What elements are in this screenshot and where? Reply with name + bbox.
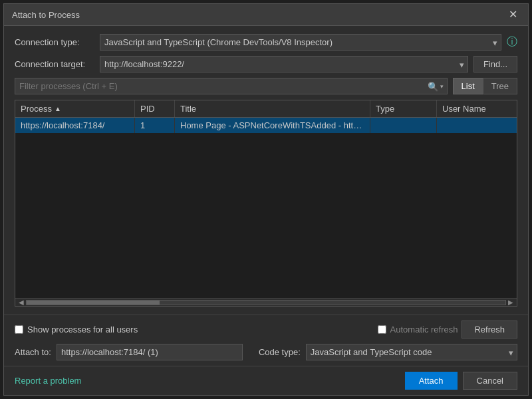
title-bar: Attach to Process ✕ [4,4,528,26]
sort-asc-icon: ▲ [55,105,61,112]
code-type-select-wrapper: JavaScript and TypeScript code [306,344,517,360]
attach-button[interactable]: Attach [405,372,458,390]
connection-type-label: Connection type: [15,37,94,47]
auto-refresh-checkbox[interactable] [378,325,386,334]
dialog-title: Attach to Process [12,10,80,20]
find-button[interactable]: Find... [473,56,517,72]
show-all-users-wrap: Show processes for all users [15,325,138,334]
attach-to-input[interactable] [57,344,243,360]
dialog-content: Connection type: JavaScript and TypeScri… [4,26,528,315]
report-problem-link[interactable]: Report a problem [15,376,81,386]
cell-username [437,118,517,133]
table-header: Process ▲ PID Title Type User Name [15,100,517,118]
connection-type-select[interactable]: JavaScript and TypeScript (Chrome DevToo… [100,34,501,51]
connection-target-row: Connection target: http://localhost:9222… [15,56,517,72]
code-type-label: Code type: [259,347,301,357]
tree-view-button[interactable]: Tree [483,78,517,94]
attach-to-process-dialog: Attach to Process ✕ Connection type: Jav… [3,3,529,396]
column-username[interactable]: User Name [437,100,517,117]
search-icon: 🔍 [428,81,439,91]
table-body: https://localhost:7184/ 1 Home Page - AS… [15,118,517,298]
cancel-button[interactable]: Cancel [463,372,517,390]
scroll-track [26,300,506,305]
connection-type-row: Connection type: JavaScript and TypeScri… [15,34,517,51]
bottom-controls: Show processes for all users Automatic r… [4,315,528,344]
attach-to-label: Attach to: [15,347,51,357]
footer-row: Report a problem Attach Cancel [4,366,528,395]
auto-refresh-wrap: Automatic refresh Refresh [378,321,517,338]
show-all-users-label: Show processes for all users [27,325,138,334]
scroll-left-icon[interactable]: ◀ [17,299,26,306]
table-row[interactable]: https://localhost:7184/ 1 Home Page - AS… [15,118,517,133]
info-icon[interactable]: ⓘ [507,35,517,49]
refresh-button[interactable]: Refresh [462,321,517,338]
scroll-right-icon[interactable]: ▶ [506,299,515,306]
filter-row: 🔍 ▾ List Tree [15,78,517,94]
filter-input-wrapper: 🔍 ▾ [15,78,448,94]
connection-target-select-wrapper: http://localhost:9222/ [100,56,468,72]
search-chevron-icon: ▾ [440,83,444,90]
close-button[interactable]: ✕ [506,9,520,20]
cell-title: Home Page - ASPNetCoreWithTSAdded - http… [175,118,370,133]
connection-target-select[interactable]: http://localhost:9222/ [100,56,468,72]
process-table: Process ▲ PID Title Type User Name h [15,100,517,307]
connection-target-label: Connection target: [15,59,94,69]
filter-input[interactable] [15,78,448,94]
code-type-select[interactable]: JavaScript and TypeScript code [306,344,517,360]
auto-refresh-label: Automatic refresh [390,325,458,334]
search-button[interactable]: 🔍 ▾ [425,80,446,92]
attach-to-row: Attach to: Code type: JavaScript and Typ… [4,344,528,366]
column-type[interactable]: Type [370,100,437,117]
footer-buttons: Attach Cancel [405,372,517,390]
connection-type-select-wrapper: JavaScript and TypeScript (Chrome DevToo… [100,34,501,51]
column-title[interactable]: Title [175,100,370,117]
cell-type [370,118,437,133]
view-toggle: List Tree [453,78,517,94]
show-all-users-checkbox[interactable] [15,325,23,334]
list-view-button[interactable]: List [453,78,483,94]
cell-process: https://localhost:7184/ [15,118,135,133]
horizontal-scrollbar[interactable]: ◀ ▶ [15,298,517,306]
scroll-thumb[interactable] [27,301,160,305]
column-pid[interactable]: PID [135,100,175,117]
cell-pid: 1 [135,118,175,133]
column-process[interactable]: Process ▲ [15,100,135,117]
